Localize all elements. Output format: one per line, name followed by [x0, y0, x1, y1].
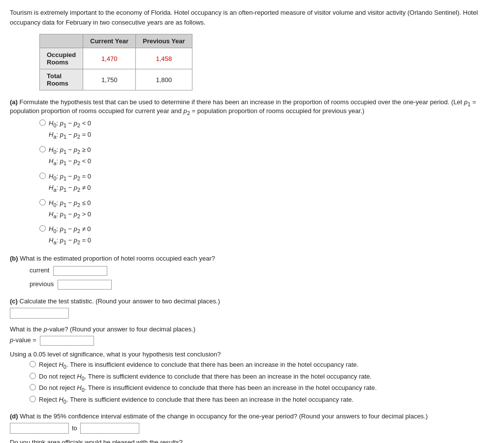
col-previous-year: Previous Year [136, 34, 192, 48]
part-b-inputs: current previous [30, 266, 494, 290]
option-a1: H0: p1 − p2 < 0 Ha: p1 − p2 = 0 [39, 118, 494, 141]
radio-c2[interactable] [30, 373, 36, 379]
occupied-current-val: 1,470 [83, 48, 136, 69]
hypothesis-a2: H0: p1 − p2 ≥ 0 Ha: p1 − p2 < 0 [49, 145, 91, 168]
conclusion-c2-text: Do not reject H0. There is sufficient ev… [39, 373, 372, 382]
previous-row: previous [30, 280, 494, 290]
radio-a2[interactable] [39, 146, 46, 152]
radio-a4[interactable] [39, 199, 46, 206]
current-row: current [30, 266, 494, 276]
table-row-total: TotalRooms 1,750 1,800 [40, 69, 192, 90]
part-b: (b) What is the estimated proportion of … [10, 255, 494, 290]
hypothesis-a1: H0: p1 − p2 < 0 Ha: p1 − p2 = 0 [49, 118, 91, 141]
pvalue-row: p-value = [10, 336, 494, 346]
radio-a5[interactable] [39, 225, 46, 232]
conclusion-c4-text: Reject H0. There is sufficient evidence … [39, 396, 353, 405]
conclusion-c1: Reject H0. There is insufficient evidenc… [30, 361, 494, 370]
hypothesis-a3: H0: p1 − p2 = 0 Ha: p1 − p2 ≠ 0 [49, 172, 91, 194]
ci-lower-input[interactable] [10, 423, 69, 434]
ci-upper-input[interactable] [80, 423, 139, 434]
part-c-question: (c) Calculate the test statistic. (Round… [10, 297, 494, 305]
radio-a3[interactable] [39, 173, 46, 179]
table-row-occupied: OccupiedRooms 1,470 1,458 [40, 48, 192, 69]
current-label: current [30, 267, 49, 274]
option-a5: H0: p1 − p2 ≠ 0 Ha: p1 − p2 = 0 [39, 224, 494, 247]
radio-c4[interactable] [30, 396, 36, 402]
radio-a1[interactable] [39, 119, 46, 126]
previous-input[interactable] [58, 280, 112, 290]
conclusion-question: Using a 0.05 level of significance, what… [10, 351, 494, 358]
hypothesis-a5: H0: p1 − p2 ≠ 0 Ha: p1 − p2 = 0 [49, 224, 91, 247]
option-a3: H0: p1 − p2 = 0 Ha: p1 − p2 ≠ 0 [39, 172, 494, 194]
col-current-year: Current Year [83, 34, 136, 48]
total-previous-val: 1,800 [136, 69, 192, 90]
total-rooms-label: TotalRooms [40, 69, 83, 90]
test-stat-input[interactable] [10, 308, 69, 319]
option-a2: H0: p1 − p2 ≥ 0 Ha: p1 − p2 < 0 [39, 145, 494, 168]
occupied-rooms-label: OccupiedRooms [40, 48, 83, 69]
conclusion-options: Reject H0. There is insufficient evidenc… [30, 361, 494, 404]
hypothesis-a4: H0: p1 − p2 ≤ 0 Ha: p1 − p2 > 0 [49, 198, 91, 221]
conclusion-c2: Do not reject H0. There is sufficient ev… [30, 373, 494, 382]
part-d-question: (d) What is the 95% confidence interval … [10, 413, 494, 420]
conclusion-c4: Reject H0. There is sufficient evidence … [30, 396, 494, 405]
occupied-previous-val: 1,458 [136, 48, 192, 69]
ci-to-label: to [72, 424, 77, 432]
pvalue-question: What is the p-value? (Round your answer … [10, 325, 494, 333]
part-b-question: (b) What is the estimated proportion of … [10, 255, 494, 262]
part-a-question: (a) Formulate the hypothesis test that c… [10, 98, 494, 116]
part-a-label: (a) [10, 98, 18, 106]
conclusion-c3: Do not reject H0. There is insufficient … [30, 384, 494, 393]
pvalue-label: p-value = [10, 337, 38, 344]
part-a-options: H0: p1 − p2 < 0 Ha: p1 − p2 = 0 H0: p1 −… [39, 118, 494, 247]
conclusion-c1-text: Reject H0. There is insufficient evidenc… [39, 361, 358, 370]
radio-c3[interactable] [30, 384, 36, 390]
confidence-interval-row: to [10, 423, 494, 434]
total-current-val: 1,750 [83, 69, 136, 90]
col-empty-header [40, 34, 83, 48]
part-a: (a) Formulate the hypothesis test that c… [10, 98, 494, 247]
current-input[interactable] [53, 266, 107, 276]
officials-question: Do you think area officials would be ple… [10, 439, 494, 443]
pvalue-input[interactable] [40, 336, 94, 346]
option-a4: H0: p1 − p2 ≤ 0 Ha: p1 − p2 > 0 [39, 198, 494, 221]
intro-text: Tourism is extremely important to the ec… [10, 8, 494, 27]
data-table: Current Year Previous Year OccupiedRooms… [39, 34, 192, 90]
previous-label: previous [30, 281, 54, 288]
part-d: (d) What is the 95% confidence interval … [10, 413, 494, 443]
radio-c1[interactable] [30, 361, 36, 367]
conclusion-c3-text: Do not reject H0. There is insufficient … [39, 384, 377, 393]
part-c: (c) Calculate the test statistic. (Round… [10, 297, 494, 404]
test-stat-input-row [10, 308, 494, 319]
